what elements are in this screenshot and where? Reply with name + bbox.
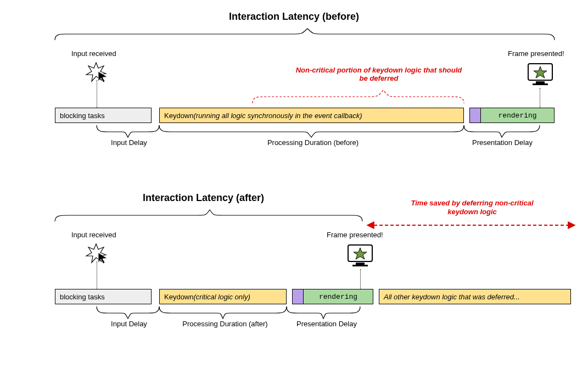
- seg-blocking-before: blocking tasks: [55, 108, 152, 123]
- brace-top-before: [16, 26, 572, 42]
- timeline-after: blocking tasks Keydown (critical logic o…: [16, 289, 572, 304]
- seg-keydown-before: Keydown (running all logic synchronously…: [159, 108, 464, 123]
- label-input-received-before: Input received: [71, 49, 116, 58]
- seg-rendering-text2: rendering: [319, 293, 357, 301]
- title-before: Interaction Latency (before): [16, 11, 572, 23]
- seg-keydown-after: Keydown (critical logic only): [159, 289, 287, 304]
- burst-icon-after: [85, 243, 107, 265]
- seg-keydown-prefix: Keydown: [164, 112, 193, 120]
- brace-top-after: [16, 208, 401, 223]
- braces-bottom-after: [16, 305, 401, 321]
- svg-rect-3: [536, 81, 545, 83]
- seg-blocking-text: blocking tasks: [60, 112, 105, 120]
- brace-red-before: [231, 88, 538, 104]
- seg-rendering-before: rendering: [480, 108, 555, 123]
- seg-deferred-text: All other keydown logic that was deferre…: [384, 293, 520, 301]
- braces-bottom-before: [16, 124, 572, 140]
- lab-input-delay-after: Input Delay: [99, 320, 159, 328]
- seg-blocking-after: blocking tasks: [55, 289, 152, 304]
- seg-keydown-italic: (running all logic synchronously in the …: [193, 112, 362, 120]
- lab-presentation-before: Presentation Delay: [461, 138, 544, 147]
- seg-deferred-after: All other keydown logic that was deferre…: [379, 289, 571, 304]
- below-labels-before: Input Delay Processing Duration (before)…: [16, 138, 572, 166]
- lab-presentation-after: Presentation Delay: [285, 320, 368, 328]
- annotation-defer-before: Non-critical portion of keydown logic th…: [291, 66, 467, 82]
- annotation-time-saved: Time saved by deferring non-critical key…: [401, 199, 544, 217]
- svg-rect-11: [352, 265, 368, 266]
- monitor-icon-before: [526, 62, 555, 90]
- panel-after: Interaction Latency (after) Time saved b…: [16, 192, 572, 368]
- svg-rect-10: [356, 263, 365, 265]
- svg-marker-1: [98, 71, 107, 82]
- seg-keydown-italic2: (critical logic only): [193, 293, 250, 301]
- dotted-line-frame-before: [540, 88, 540, 108]
- svg-rect-4: [533, 83, 548, 85]
- below-labels-after: Input Delay Processing Duration (after) …: [16, 320, 572, 347]
- lab-processing-after: Processing Duration (after): [167, 320, 283, 328]
- dotted-line-input-before: [97, 80, 97, 108]
- burst-icon-before: [85, 62, 107, 83]
- timeline-before: blocking tasks Keydown (running all logi…: [16, 108, 572, 123]
- label-frame-presented-before: Frame presented!: [508, 49, 564, 58]
- panel-before: Interaction Latency (before) Input recei…: [16, 11, 572, 176]
- seg-blocking-text2: blocking tasks: [60, 293, 105, 301]
- lab-input-delay-before: Input Delay: [99, 138, 159, 147]
- dotted-line-frame-after: [360, 269, 361, 289]
- seg-rendering-after: rendering: [303, 289, 373, 304]
- lab-processing-before: Processing Duration (before): [236, 138, 390, 147]
- arrow-time-saved: [365, 220, 585, 231]
- annotation-time-saved-text: Time saved by deferring non-critical key…: [411, 199, 534, 216]
- dotted-line-input-after: [97, 261, 97, 289]
- label-input-received-after: Input received: [71, 231, 116, 239]
- svg-marker-8: [98, 253, 107, 264]
- seg-rendering-text: rendering: [498, 112, 536, 120]
- label-frame-presented-after: Frame presented!: [327, 231, 383, 239]
- seg-keydown-prefix2: Keydown: [164, 293, 193, 301]
- monitor-icon-after: [346, 243, 374, 271]
